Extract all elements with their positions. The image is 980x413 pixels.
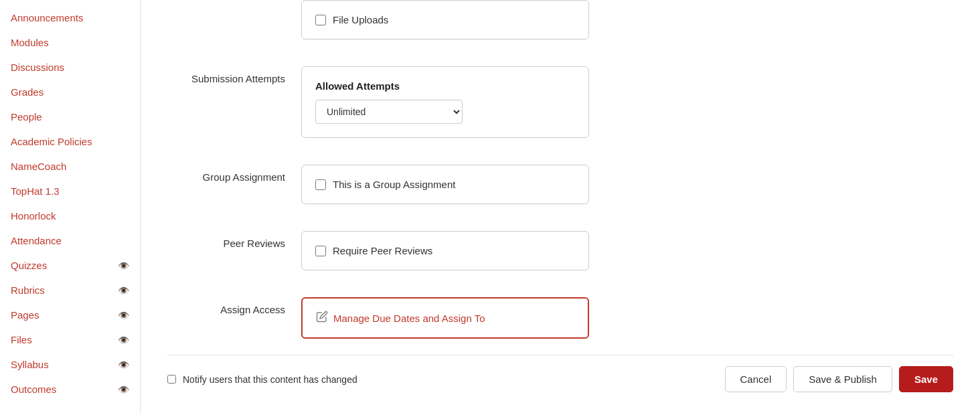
eye-slash-icon: 👁️ bbox=[118, 260, 129, 271]
file-uploads-checkbox-row: File Uploads bbox=[315, 14, 575, 25]
allowed-attempts-title: Allowed Attempts bbox=[315, 80, 575, 92]
notify-row: Notify users that this content has chang… bbox=[167, 374, 357, 385]
file-uploads-label-spacer bbox=[167, 0, 301, 7]
cancel-button[interactable]: Cancel bbox=[725, 366, 787, 392]
sidebar-item-announcements[interactable]: Announcements bbox=[0, 5, 140, 30]
submission-attempts-label: Submission Attempts bbox=[167, 66, 301, 84]
assign-access-box: Manage Due Dates and Assign To bbox=[301, 297, 589, 339]
group-assignment-row: Group Assignment This is a Group Assignm… bbox=[167, 154, 953, 204]
sidebar-item-tophat[interactable]: TopHat 1.3 bbox=[0, 179, 140, 203]
notify-label[interactable]: Notify users that this content has chang… bbox=[183, 374, 357, 385]
group-assignment-field: This is a Group Assignment bbox=[301, 165, 589, 204]
peer-reviews-checkbox-label[interactable]: Require Peer Reviews bbox=[333, 245, 432, 256]
group-assignment-checkbox-label[interactable]: This is a Group Assignment bbox=[333, 179, 455, 190]
group-assignment-checkbox[interactable] bbox=[315, 179, 326, 190]
group-assignment-label: Group Assignment bbox=[167, 165, 301, 183]
peer-reviews-checkbox-row: Require Peer Reviews bbox=[315, 245, 575, 256]
sidebar-item-honorlock[interactable]: Honorlock bbox=[0, 203, 140, 228]
eye-slash-icon: 👁️ bbox=[118, 310, 129, 321]
eye-slash-icon: 👁️ bbox=[118, 335, 129, 345]
sidebar-item-discussions[interactable]: Discussions bbox=[0, 55, 140, 80]
sidebar-item-rubrics[interactable]: Rubrics 👁️ bbox=[0, 278, 140, 303]
sidebar-item-people[interactable]: People bbox=[0, 104, 140, 129]
bottom-bar: Notify users that this content has chang… bbox=[167, 355, 953, 392]
sidebar-item-outcomes[interactable]: Outcomes 👁️ bbox=[0, 377, 140, 402]
sidebar-item-academic-policies[interactable]: Academic Policies bbox=[0, 129, 140, 154]
file-uploads-checkbox[interactable] bbox=[315, 15, 326, 25]
notify-checkbox[interactable] bbox=[167, 375, 176, 384]
file-uploads-field: File Uploads bbox=[301, 0, 589, 39]
submission-attempts-card: Allowed Attempts Unlimited 1 2 3 4 5 bbox=[301, 66, 589, 138]
file-uploads-row: File Uploads bbox=[167, 0, 953, 39]
eye-slash-icon: 👁️ bbox=[118, 359, 129, 370]
group-assignment-card: This is a Group Assignment bbox=[301, 165, 589, 204]
peer-reviews-card: Require Peer Reviews bbox=[301, 231, 589, 270]
file-uploads-checkbox-label[interactable]: File Uploads bbox=[333, 14, 388, 25]
peer-reviews-row: Peer Reviews Require Peer Reviews bbox=[167, 220, 953, 270]
peer-reviews-label: Peer Reviews bbox=[167, 231, 301, 249]
sidebar-item-namecoach[interactable]: NameCoach bbox=[0, 154, 140, 179]
allowed-attempts-select[interactable]: Unlimited 1 2 3 4 5 bbox=[315, 100, 463, 124]
sidebar-item-files[interactable]: Files 👁️ bbox=[0, 327, 140, 352]
main-content: File Uploads Submission Attempts Allowed… bbox=[141, 0, 980, 413]
save-publish-button[interactable]: Save & Publish bbox=[793, 366, 892, 392]
sidebar-item-grades[interactable]: Grades bbox=[0, 80, 140, 104]
submission-attempts-row: Submission Attempts Allowed Attempts Unl… bbox=[167, 56, 953, 138]
assign-access-label: Assign Access bbox=[167, 297, 301, 315]
sidebar-item-quizzes[interactable]: Quizzes 👁️ bbox=[0, 253, 140, 278]
assign-access-field: Manage Due Dates and Assign To bbox=[301, 297, 589, 339]
eye-slash-icon: 👁️ bbox=[118, 384, 129, 395]
submission-attempts-field: Allowed Attempts Unlimited 1 2 3 4 5 bbox=[301, 66, 589, 138]
sidebar-item-syllabus[interactable]: Syllabus 👁️ bbox=[0, 352, 140, 377]
sidebar: Announcements Modules Discussions Grades… bbox=[0, 0, 141, 413]
file-uploads-card: File Uploads bbox=[301, 0, 589, 39]
button-group: Cancel Save & Publish Save bbox=[725, 366, 953, 392]
peer-reviews-checkbox[interactable] bbox=[315, 246, 326, 256]
save-button[interactable]: Save bbox=[899, 366, 953, 392]
sidebar-item-attendance[interactable]: Attendance bbox=[0, 228, 140, 253]
assign-access-row: Assign Access Manage Due Dates and Assig… bbox=[167, 286, 953, 339]
sidebar-item-pages[interactable]: Pages 👁️ bbox=[0, 303, 140, 327]
eye-slash-icon: 👁️ bbox=[118, 285, 129, 296]
manage-due-dates-link[interactable]: Manage Due Dates and Assign To bbox=[333, 313, 485, 324]
peer-reviews-field: Require Peer Reviews bbox=[301, 231, 589, 270]
pencil-icon bbox=[316, 311, 328, 325]
sidebar-item-modules[interactable]: Modules bbox=[0, 30, 140, 55]
group-assignment-checkbox-row: This is a Group Assignment bbox=[315, 179, 575, 190]
